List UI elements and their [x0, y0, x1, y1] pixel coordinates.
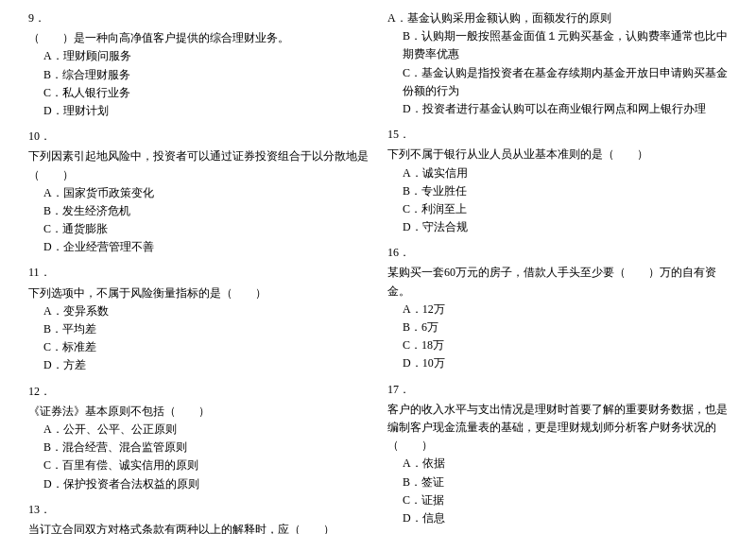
question-13-text: 当订立合同双方对格式条款有两种以上的解释时，应（ ） — [28, 521, 369, 534]
question-10-text: 下列因素引起地风险中，投资者可以通过证券投资组合于以分散地是（ ） — [28, 147, 369, 183]
question-10: 10． 下列因素引起地风险中，投资者可以通过证券投资组合于以分散地是（ ） A．… — [28, 128, 369, 256]
question-12-text: 《证券法》基本原则不包括（ ） — [28, 403, 369, 421]
question-15-title: 15． — [387, 126, 728, 144]
question-15-text: 下列不属于银行从业人员从业基本准则的是（ ） — [387, 146, 728, 164]
question-16: 16． 某购买一套60万元的房子，借款人手头至少要（ ）万的自有资金。 A．12… — [387, 244, 728, 372]
question-11: 11． 下列选项中，不属于风险衡量指标的是（ ） A．变异系数 B．平均差 C．… — [28, 264, 369, 374]
question-11-title: 11． — [28, 264, 369, 282]
question-17-text: 客户的收入水平与支出情况是理财时首要了解的重要财务数据，也是编制客户现金流量表的… — [387, 401, 728, 456]
question-16-text: 某购买一套60万元的房子，借款人手头至少要（ ）万的自有资金。 — [387, 264, 728, 300]
question-12-option-a: A．公开、公平、公正原则 — [28, 421, 369, 439]
question-14-option-b: B．认购期一般按照基金面值１元购买基金，认购费率通常也比中期费率优惠 — [387, 27, 728, 63]
question-9-option-d: D．理财计划 — [28, 102, 369, 120]
question-14-option-c: C．基金认购是指投资者在基金存续期内基金开放日申请购买基金份额的行为 — [387, 64, 728, 100]
question-14-option-a: A．基金认购采用金额认购，面额发行的原则 — [387, 9, 728, 27]
question-16-option-b: B．6万 — [387, 319, 728, 336]
left-column: 9． （ ）是一种向高净值客户提供的综合理财业务。 A．理财顾问服务 B．综合理… — [28, 9, 369, 534]
question-17-option-c: C．证据 — [387, 491, 728, 509]
question-11-text: 下列选项中，不属于风险衡量指标的是（ ） — [28, 284, 369, 302]
question-11-option-a: A．变异系数 — [28, 302, 369, 320]
question-17-option-a: A．依据 — [387, 455, 728, 473]
question-9: 9． （ ）是一种向高净值客户提供的综合理财业务。 A．理财顾问服务 B．综合理… — [28, 9, 369, 120]
page-content: 9． （ ）是一种向高净值客户提供的综合理财业务。 A．理财顾问服务 B．综合理… — [28, 9, 728, 534]
question-10-option-c: C．通货膨胀 — [28, 220, 369, 238]
question-10-option-b: B．发生经济危机 — [28, 202, 369, 220]
question-10-option-a: A．国家货币政策变化 — [28, 184, 369, 202]
question-15-option-a: A．诚实信用 — [387, 164, 728, 182]
question-13-title: 13． — [28, 501, 369, 519]
question-16-title: 16． — [387, 244, 728, 262]
question-15: 15． 下列不属于银行从业人员从业基本准则的是（ ） A．诚实信用 B．专业胜任… — [387, 126, 728, 236]
question-12-title: 12． — [28, 383, 369, 401]
question-11-option-c: C．标准差 — [28, 338, 369, 356]
question-14-options: A．基金认购采用金额认购，面额发行的原则 B．认购期一般按照基金面值１元购买基金… — [387, 9, 728, 118]
question-10-option-d: D．企业经营管理不善 — [28, 238, 369, 256]
question-9-title: 9． — [28, 9, 369, 27]
question-17: 17． 客户的收入水平与支出情况是理财时首要了解的重要财务数据，也是编制客户现金… — [387, 381, 728, 528]
question-12-option-d: D．保护投资者合法权益的原则 — [28, 475, 369, 493]
question-11-option-d: D．方差 — [28, 356, 369, 374]
right-column: A．基金认购采用金额认购，面额发行的原则 B．认购期一般按照基金面值１元购买基金… — [387, 9, 728, 534]
question-12-option-b: B．混合经营、混合监管原则 — [28, 439, 369, 456]
question-9-option-b: B．综合理财服务 — [28, 66, 369, 84]
question-9-text: （ ）是一种向高净值客户提供的综合理财业务。 — [28, 29, 369, 47]
question-11-option-b: B．平均差 — [28, 320, 369, 338]
question-14-option-d: D．投资者进行基金认购可以在商业银行网点和网上银行办理 — [387, 100, 728, 118]
question-15-option-c: C．利润至上 — [387, 200, 728, 218]
question-9-option-c: C．私人银行业务 — [28, 84, 369, 102]
question-16-option-c: C．18万 — [387, 336, 728, 354]
question-10-title: 10． — [28, 128, 369, 146]
question-15-option-b: B．专业胜任 — [387, 182, 728, 200]
question-12-option-c: C．百里有偿、诚实信用的原则 — [28, 456, 369, 474]
question-12: 12． 《证券法》基本原则不包括（ ） A．公开、公平、公正原则 B．混合经营、… — [28, 383, 369, 493]
question-13: 13． 当订立合同双方对格式条款有两种以上的解释时，应（ ） A．按照通常理解予… — [28, 501, 369, 534]
question-16-option-a: A．12万 — [387, 301, 728, 319]
question-9-option-a: A．理财顾问服务 — [28, 47, 369, 65]
question-16-option-d: D．10万 — [387, 354, 728, 372]
question-17-option-b: B．签证 — [387, 474, 728, 491]
question-17-option-d: D．信息 — [387, 509, 728, 527]
question-17-title: 17． — [387, 381, 728, 399]
question-15-option-d: D．守法合规 — [387, 218, 728, 236]
